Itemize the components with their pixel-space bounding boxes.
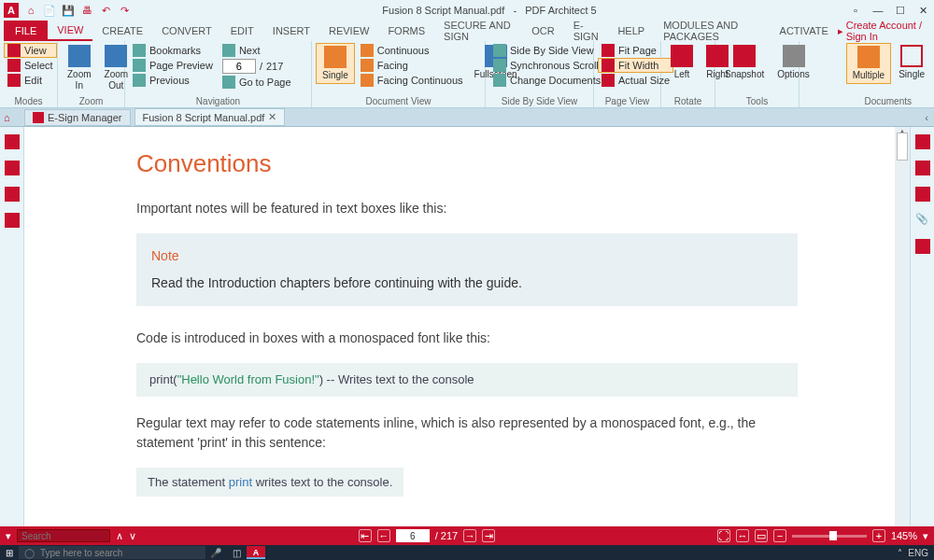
account-link[interactable]: Create Account / Sign In — [838, 21, 925, 41]
layout-icon[interactable]: ▭ — [755, 529, 768, 542]
start-button[interactable]: ⊞ — [0, 548, 19, 558]
tab-create[interactable]: CREATE — [92, 21, 152, 41]
group-pageview-label: Page View — [598, 95, 657, 107]
nav-previous[interactable]: Previous — [129, 73, 217, 88]
view-facingcont[interactable]: Facing Continuous — [357, 73, 467, 88]
facing-icon — [361, 59, 374, 72]
tray-chevron-icon[interactable]: ˄ — [898, 548, 902, 558]
docs-multiple[interactable]: Multiple — [846, 43, 891, 84]
zoom-in-status-icon[interactable]: + — [872, 529, 885, 542]
maximize-icon[interactable]: ☐ — [893, 4, 908, 17]
search-next-icon[interactable]: ∨ — [129, 530, 136, 542]
window-title: Fusion 8 Script Manual.pdf - PDF Archite… — [131, 5, 848, 16]
qat-print-icon[interactable]: 🖶 — [80, 4, 93, 17]
taskview-icon[interactable]: ◫ — [228, 546, 245, 559]
group-nav-label: Navigation — [129, 95, 307, 107]
qat-new-icon[interactable]: 📄 — [43, 4, 56, 17]
fit-icon[interactable]: ⛶ — [717, 529, 730, 542]
ribbon-minimize-icon[interactable]: ▫ — [848, 4, 863, 17]
search-dropdown-icon[interactable]: ▾ — [6, 530, 11, 542]
search-input[interactable] — [17, 529, 110, 542]
tab-review[interactable]: REVIEW — [319, 21, 378, 41]
qat-save-icon[interactable]: 💾 — [62, 4, 75, 17]
collapse-icon[interactable]: ‹ — [925, 112, 928, 123]
tools-icon[interactable] — [915, 134, 930, 149]
goto-icon — [222, 76, 235, 89]
binoculars-icon[interactable] — [915, 161, 930, 175]
tab-edit[interactable]: EDIT — [221, 21, 263, 41]
tab-document[interactable]: Fusion 8 Script Manual.pdf✕ — [134, 108, 286, 126]
tab-activate[interactable]: ACTIVATE — [771, 21, 838, 41]
nav-next[interactable]: Next — [219, 43, 295, 58]
status-page-input[interactable] — [396, 529, 430, 542]
mode-edit[interactable]: Edit — [4, 73, 57, 88]
code-intro-text: Code is introduced in boxes with a monos… — [136, 329, 798, 348]
actual-icon — [601, 74, 615, 87]
stamp-icon[interactable] — [915, 187, 930, 202]
snapshot-button[interactable]: Snapshot — [719, 43, 770, 82]
prev-page-icon[interactable]: ← — [377, 529, 390, 542]
tab-insert[interactable]: INSERT — [263, 21, 319, 41]
zoom-dropdown-icon[interactable]: ▾ — [923, 530, 928, 542]
tab-ocr[interactable]: OCR — [522, 21, 563, 41]
tab-view[interactable]: VIEW — [48, 21, 92, 41]
tab-modules[interactable]: MODULES AND PACKAGES — [654, 21, 770, 41]
fitwidth-status-icon[interactable]: ↔ — [736, 529, 749, 542]
bookmarks-panel-icon[interactable] — [5, 161, 20, 175]
tab-esign-manager[interactable]: E-Sign Manager — [24, 109, 131, 126]
thumbnails-icon[interactable] — [5, 134, 20, 149]
qat-home-icon[interactable]: ⌂ — [24, 4, 37, 17]
last-page-icon[interactable]: ⇥ — [482, 529, 495, 542]
taskbar-app[interactable]: A — [247, 546, 265, 559]
bookmark-icon — [133, 44, 146, 57]
zoom-knob[interactable] — [829, 531, 837, 540]
nav-goto[interactable]: Go to Page — [219, 75, 295, 90]
inline-intro-text: Regular text may refer to code statement… — [136, 413, 798, 453]
vertical-scrollbar[interactable]: ▲ — [895, 127, 910, 526]
tab-close-icon[interactable]: ✕ — [268, 111, 276, 123]
group-rotate-label: Rotate — [665, 95, 711, 107]
inline-code: The statement print writes text to the c… — [136, 468, 403, 497]
rotate-left[interactable]: Left — [665, 43, 699, 82]
single-icon — [324, 46, 347, 68]
nav-bookmarks[interactable]: Bookmarks — [129, 43, 217, 58]
search-prev-icon[interactable]: ∧ — [116, 530, 123, 542]
view-facing[interactable]: Facing — [357, 58, 467, 73]
mic-icon[interactable]: 🎤 — [207, 546, 224, 559]
home-icon[interactable]: ⌂ — [4, 112, 21, 123]
attachment-icon[interactable]: 📎 — [915, 213, 930, 228]
qat-undo-icon[interactable]: ↶ — [99, 4, 112, 17]
tray-lang[interactable]: ENG — [908, 548, 928, 558]
file-tab[interactable]: FILE — [4, 21, 48, 41]
zoom-out-status-icon[interactable]: − — [773, 529, 786, 542]
mode-view[interactable]: View — [4, 43, 57, 58]
tab-forms[interactable]: FORMS — [378, 21, 434, 41]
zoom-slider[interactable] — [792, 535, 867, 538]
close-icon[interactable]: ✕ — [915, 4, 930, 17]
layers-icon[interactable] — [5, 187, 20, 202]
tab-secure[interactable]: SECURE AND SIGN — [434, 21, 522, 41]
scroll-thumb[interactable] — [897, 133, 908, 161]
continuous-icon — [361, 44, 374, 57]
anchor-icon[interactable] — [5, 213, 20, 228]
zoom-in-button[interactable]: Zoom In — [62, 43, 97, 93]
nav-preview[interactable]: Page Preview — [129, 58, 217, 73]
fitpage-icon — [601, 44, 615, 57]
taskbar-search[interactable]: ◯Type here to search — [19, 546, 205, 559]
qat-redo-icon[interactable]: ↷ — [118, 4, 131, 17]
group-tools-label: Tools — [719, 95, 795, 107]
tab-esign[interactable]: E-SIGN — [564, 21, 609, 41]
badge-icon[interactable] — [915, 239, 930, 254]
page-input[interactable] — [222, 59, 256, 74]
tab-help[interactable]: HELP — [608, 21, 654, 41]
view-single[interactable]: Single — [316, 43, 355, 84]
view-continuous[interactable]: Continuous — [357, 43, 467, 58]
mode-select[interactable]: Select — [4, 58, 57, 73]
tab-convert[interactable]: CONVERT — [152, 21, 221, 41]
next-page-icon[interactable]: → — [463, 529, 476, 542]
zoom-in-icon — [68, 45, 91, 67]
edit-icon — [7, 74, 21, 87]
docs-single[interactable]: Single — [893, 43, 930, 82]
minimize-icon[interactable]: — — [870, 4, 885, 17]
first-page-icon[interactable]: ⇤ — [359, 529, 372, 542]
